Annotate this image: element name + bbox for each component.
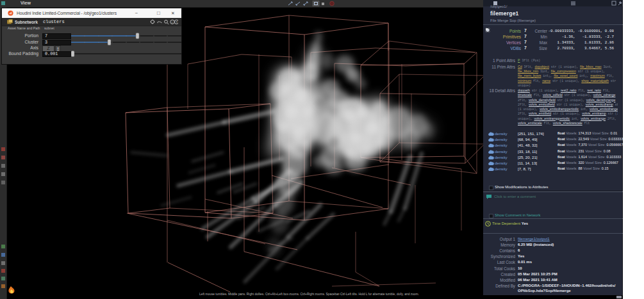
svg-text:?: ? [176,20,178,24]
svg-text:i: i [172,20,172,24]
